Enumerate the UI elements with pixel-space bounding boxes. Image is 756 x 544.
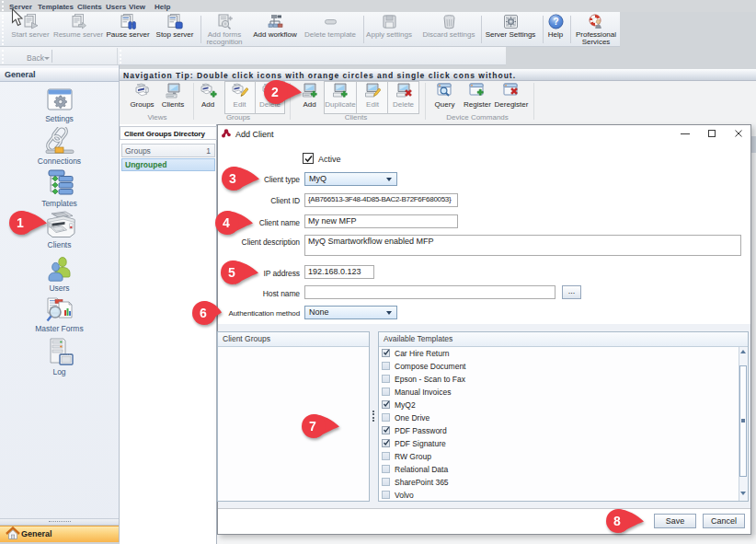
svg-text:6: 6: [200, 306, 207, 320]
svg-text:8: 8: [613, 514, 621, 528]
svg-text:1: 1: [17, 215, 24, 230]
svg-text:3: 3: [229, 171, 236, 186]
svg-text:2: 2: [271, 85, 279, 99]
svg-text:?: ?: [553, 17, 558, 27]
svg-text:5: 5: [228, 265, 235, 280]
svg-text:7: 7: [309, 419, 316, 434]
svg-text:4: 4: [223, 215, 230, 230]
